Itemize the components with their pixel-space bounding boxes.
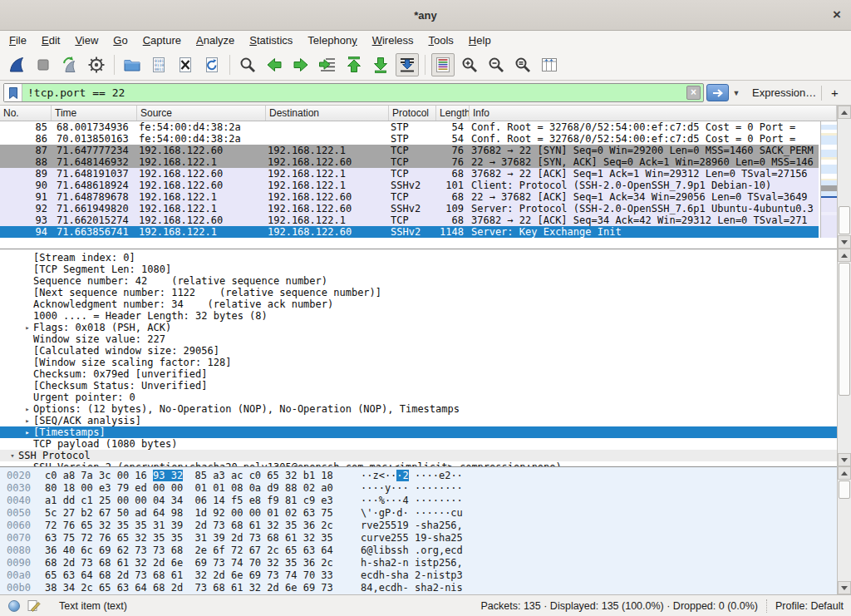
scroll-down-button[interactable] [838,581,851,594]
add-filter-button[interactable]: + [831,81,839,106]
detail-line[interactable]: [Checksum Status: Unverified] [0,380,837,392]
packet-row[interactable]: 8568.001734936fe:54:00:d4:38:2aSTP54Conf… [0,121,819,133]
hex-bytes[interactable]: 38 34 2c 65 63 64 68 2d 73 68 61 32 2d 6… [45,582,333,594]
display-filter-field[interactable]: !tcp.port == 22 × [3,83,704,102]
scrollbar-thumb[interactable] [839,263,850,396]
scroll-up-button[interactable] [838,466,851,480]
auto-scroll-icon[interactable] [396,53,419,76]
open-file-icon[interactable] [121,53,144,76]
scrollbar-thumb[interactable] [839,206,850,234]
ascii-bytes[interactable]: h-sha2-n istp256, [361,557,463,569]
find-packet-icon[interactable] [236,53,259,76]
hex-bytes[interactable]: 65 63 64 68 2d 73 68 61 32 2d 6e 69 73 7… [45,569,333,582]
display-filter-input[interactable]: !tcp.port == 22 [22,84,686,101]
detail-line[interactable]: Urgent pointer: 0 [0,392,837,403]
column-header-info[interactable]: Info [470,106,837,121]
expand-icon[interactable]: ▸ [22,426,33,438]
go-first-icon[interactable] [342,53,366,76]
hex-bytes[interactable]: 5c 27 b2 67 50 ad 64 98 1d 92 00 00 01 0… [45,507,333,520]
filter-history-dropdown[interactable]: ▼ [730,84,743,101]
hex-row[interactable]: 006072 76 65 32 35 35 31 39 2d 73 68 61 … [0,520,837,532]
ascii-bytes[interactable]: 6@libssh .org,ecd [361,545,463,557]
intelligent-scrollbar-minimap[interactable] [820,121,837,238]
capture-options-icon[interactable] [85,53,108,76]
hex-row[interactable]: 008036 40 6c 69 62 73 73 68 2e 6f 72 67 … [0,545,837,557]
hex-bytes[interactable]: 72 76 65 32 35 35 31 39 2d 73 68 61 32 3… [45,520,333,532]
packet-row[interactable]: 9471.663856741192.168.122.1192.168.122.6… [0,226,819,238]
colorize-icon[interactable] [431,53,455,76]
go-back-icon[interactable] [263,53,286,76]
detail-line[interactable]: Acknowledgment number: 34 (relative ack … [0,298,837,310]
ascii-bytes[interactable]: ecdh-sha 2-nistp3 [361,569,463,582]
hex-row[interactable]: 0040a1 dd c1 25 00 00 04 34 06 14 f5 e8 … [0,495,837,507]
ascii-bytes[interactable]: ····y··· ········ [361,482,463,495]
expression-button[interactable]: Expression… [752,81,816,106]
detail-line[interactable]: 1000 .... = Header Length: 32 bytes (8) [0,310,837,322]
go-to-packet-icon[interactable] [316,53,339,76]
packet-row[interactable]: 8670.013850163fe:54:00:d4:38:2aSTP54Conf… [0,133,819,145]
packet-list-scrollbar[interactable] [837,106,851,249]
menu-help[interactable]: Help [461,31,499,50]
packet-row[interactable]: 8871.648146932192.168.122.1192.168.122.6… [0,156,819,168]
expand-icon[interactable]: ▸ [22,322,33,333]
packet-row[interactable]: 9171.648789678192.168.122.1192.168.122.6… [0,191,819,203]
detail-line[interactable]: TCP payload (1080 bytes) [0,438,837,450]
menu-file[interactable]: File [2,31,34,50]
detail-line[interactable]: ▸[Timestamps] [0,426,837,438]
packet-row[interactable]: 8771.647777234192.168.122.60192.168.122.… [0,145,819,156]
hex-bytes[interactable]: c0 a8 7a 3c 00 16 93 32 85 a3 ac c0 65 3… [45,470,333,482]
ascii-bytes[interactable]: ···%···4 ········ [361,495,463,507]
ascii-bytes[interactable]: ··z<···2 ····e2·· [361,470,463,482]
detail-line[interactable]: Checksum: 0x79ed [unverified] [0,368,837,380]
scroll-up-button[interactable] [838,249,851,262]
hex-row[interactable]: 009068 2d 73 68 61 32 2d 6e 69 73 74 70 … [0,557,837,569]
menu-go[interactable]: Go [106,31,135,50]
detail-line[interactable]: [Stream index: 0] [0,252,837,264]
hex-bytes[interactable]: a1 dd c1 25 00 00 04 34 06 14 f5 e8 f9 8… [45,495,333,507]
menu-wireless[interactable]: Wireless [365,31,421,50]
packet-row[interactable]: 9071.648618924192.168.122.60192.168.122.… [0,180,819,191]
menu-edit[interactable]: Edit [34,31,67,50]
resize-columns-icon[interactable] [538,53,561,76]
menu-capture[interactable]: Capture [135,31,189,50]
menu-analyze[interactable]: Analyze [189,31,242,50]
reload-file-icon[interactable] [200,53,224,76]
detail-line[interactable]: Window size value: 227 [0,333,837,345]
detail-line[interactable]: ▸Options: (12 bytes), No-Operation (NOP)… [0,403,837,415]
hex-bytes[interactable]: 63 75 72 76 65 32 35 35 31 39 2d 73 68 6… [45,532,333,545]
zoom-in-icon[interactable] [458,53,481,76]
expand-icon[interactable]: ▸ [22,403,33,415]
apply-filter-button[interactable] [706,84,729,101]
menu-statistics[interactable]: Statistics [242,31,300,50]
detail-line[interactable]: [Next sequence number: 1122 (relative se… [0,287,837,298]
column-header-source[interactable]: Source [137,106,266,121]
detail-line[interactable]: ▾SSH Protocol [0,450,837,461]
scroll-down-button[interactable] [838,453,851,466]
packet-row[interactable]: 9271.661949820192.168.122.1192.168.122.6… [0,203,819,214]
packet-row[interactable]: 8971.648191037192.168.122.60192.168.122.… [0,168,819,180]
go-last-icon[interactable] [369,53,392,76]
ascii-bytes[interactable]: 84,ecdh- sha2-nis [361,582,463,594]
scrollbar-thumb[interactable] [839,480,850,499]
column-header-destination[interactable]: Destination [266,106,389,121]
hex-scrollbar[interactable] [837,466,851,594]
ascii-bytes[interactable]: rve25519 -sha256, [361,520,463,532]
hex-row[interactable]: 00a065 63 64 68 2d 73 68 61 32 2d 6e 69 … [0,569,837,582]
start-capture-icon[interactable] [5,53,28,76]
hex-row[interactable]: 003080 18 00 e3 79 ed 00 00 01 01 08 0a … [0,482,837,495]
ascii-bytes[interactable]: curve255 19-sha25 [361,532,463,545]
hex-row[interactable]: 00b038 34 2c 65 63 64 68 2d 73 68 61 32 … [0,582,837,594]
column-header-time[interactable]: Time [52,106,137,121]
scroll-down-button[interactable] [838,235,851,249]
menu-view[interactable]: View [67,31,106,50]
detail-line[interactable]: ▸Flags: 0x018 (PSH, ACK) [0,322,837,333]
go-forward-icon[interactable] [289,53,312,76]
clear-filter-button[interactable]: × [686,86,701,100]
filter-bookmark-button[interactable] [4,84,22,101]
zoom-out-icon[interactable] [485,53,508,76]
expert-info-icon[interactable] [8,600,20,612]
hex-bytes[interactable]: 80 18 00 e3 79 ed 00 00 01 01 08 0a d9 8… [45,482,333,495]
ascii-bytes[interactable]: \'·gP·d· ······cu [361,507,463,520]
hex-row[interactable]: 00505c 27 b2 67 50 ad 64 98 1d 92 00 00 … [0,507,837,520]
detail-line[interactable]: ▸[SEQ/ACK analysis] [0,415,837,426]
